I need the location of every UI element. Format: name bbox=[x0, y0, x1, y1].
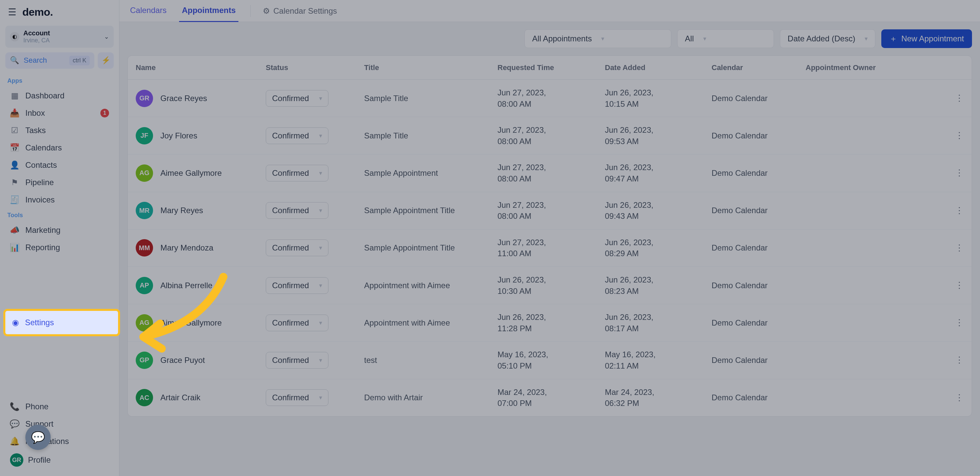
search-label: Search bbox=[24, 56, 47, 65]
calendar-cell: Demo Calendar bbox=[711, 318, 806, 328]
date-added-cell: Jun 26, 2023,08:17 AM bbox=[605, 312, 711, 334]
title-cell: Sample Appointment Title bbox=[364, 243, 498, 253]
sidebar-item-profile[interactable]: GRProfile bbox=[5, 450, 114, 470]
logo: demo. bbox=[22, 6, 53, 18]
chat-icon: 💬 bbox=[31, 431, 45, 444]
requested-time-cell: Jun 27, 2023,08:00 AM bbox=[498, 124, 605, 147]
chat-widget-button[interactable]: 💬 bbox=[25, 425, 51, 450]
sidebar-item-reporting[interactable]: 📊Reporting bbox=[5, 239, 114, 256]
grid-icon: ▦ bbox=[10, 91, 19, 100]
sidebar-item-marketing[interactable]: 📣Marketing bbox=[5, 221, 114, 239]
sidebar-item-pipeline[interactable]: ⚑Pipeline bbox=[5, 174, 114, 191]
requested-time-cell: Jun 27, 2023,08:00 AM bbox=[498, 199, 605, 222]
calendar-cell: Demo Calendar bbox=[711, 281, 806, 290]
main-content: Calendars Appointments ⚙Calendar Setting… bbox=[119, 0, 980, 476]
caret-down-icon: ▾ bbox=[601, 35, 604, 42]
avatar: GP bbox=[136, 352, 153, 369]
invoice-icon: 🧾 bbox=[10, 195, 19, 204]
hamburger-icon[interactable]: ☰ bbox=[8, 7, 16, 18]
avatar: AC bbox=[136, 389, 153, 406]
caret-down-icon: ▾ bbox=[319, 394, 322, 401]
table-row[interactable]: AGAimee GallymoreConfirmed▾Appointment w… bbox=[128, 304, 972, 342]
caret-down-icon: ▾ bbox=[703, 35, 706, 42]
requested-time-cell: Mar 24, 2023,07:00 PM bbox=[498, 387, 605, 409]
sidebar-item-calendars[interactable]: 📅Calendars bbox=[5, 139, 114, 156]
caret-down-icon: ▾ bbox=[865, 35, 868, 42]
caret-down-icon: ▾ bbox=[319, 132, 322, 139]
name-cell: Aimee Gallymore bbox=[161, 169, 222, 178]
chart-icon: 📊 bbox=[10, 243, 19, 252]
tab-appointments[interactable]: Appointments bbox=[179, 0, 238, 22]
row-actions-button[interactable]: ⋮ bbox=[943, 280, 964, 291]
requested-time-cell: Jun 26, 2023,10:30 AM bbox=[498, 274, 605, 296]
table-row[interactable]: APAlbina PerrelleConfirmed▾Appointment w… bbox=[128, 267, 972, 304]
date-added-cell: Jun 26, 2023,10:15 AM bbox=[605, 87, 711, 110]
name-cell: Aimee Gallymore bbox=[161, 318, 222, 328]
status-dropdown[interactable]: Confirmed▾ bbox=[266, 127, 328, 144]
sidebar-item-support[interactable]: 💬Support bbox=[5, 415, 114, 433]
name-cell: Artair Craik bbox=[161, 393, 200, 402]
sidebar-item-dashboard[interactable]: ▦Dashboard bbox=[5, 87, 114, 104]
avatar: AG bbox=[136, 164, 153, 182]
title-cell: Appointment with Aimee bbox=[364, 318, 498, 328]
table-row[interactable]: MRMary ReyesConfirmed▾Sample Appointment… bbox=[128, 192, 972, 229]
appointments-table: Name Status Title Requested Time Date Ad… bbox=[127, 56, 972, 417]
table-row[interactable]: AGAimee GallymoreConfirmed▾Sample Appoin… bbox=[128, 154, 972, 192]
sidebar-item-invoices[interactable]: 🧾Invoices bbox=[5, 191, 114, 209]
sidebar-item-notifications[interactable]: 🔔Notifications bbox=[5, 433, 114, 450]
status-dropdown[interactable]: Confirmed▾ bbox=[266, 352, 328, 369]
col-owner: Appointment Owner bbox=[806, 64, 943, 72]
new-appointment-button[interactable]: ＋New Appointment bbox=[881, 29, 972, 48]
status-dropdown[interactable]: Confirmed▾ bbox=[266, 165, 328, 181]
sidebar: ☰ demo. ◐ Account Irvine, CA ⌄ 🔍 Search … bbox=[0, 0, 119, 476]
title-cell: Sample Appointment bbox=[364, 169, 498, 178]
filter-sort[interactable]: Date Added (Desc)▾ bbox=[780, 29, 875, 48]
table-row[interactable]: GPGrace PuyotConfirmed▾testMay 16, 2023,… bbox=[128, 342, 972, 379]
search-input[interactable]: 🔍 Search ctrl K bbox=[5, 53, 94, 69]
row-actions-button[interactable]: ⋮ bbox=[943, 205, 964, 216]
row-actions-button[interactable]: ⋮ bbox=[943, 131, 964, 141]
row-actions-button[interactable]: ⋮ bbox=[943, 168, 964, 178]
date-added-cell: Jun 26, 2023,08:23 AM bbox=[605, 274, 711, 296]
row-actions-button[interactable]: ⋮ bbox=[943, 93, 964, 103]
tab-calendar-settings[interactable]: ⚙Calendar Settings bbox=[263, 6, 337, 16]
calendar-cell: Demo Calendar bbox=[711, 356, 806, 365]
tab-divider bbox=[250, 5, 251, 17]
sidebar-item-contacts[interactable]: 👤Contacts bbox=[5, 156, 114, 174]
table-row[interactable]: JFJoy FloresConfirmed▾Sample TitleJun 27… bbox=[128, 117, 972, 154]
sidebar-item-inbox[interactable]: 📥Inbox1 bbox=[5, 104, 114, 122]
date-added-cell: Jun 26, 2023,09:47 AM bbox=[605, 162, 711, 184]
avatar: JF bbox=[136, 127, 153, 145]
row-actions-button[interactable]: ⋮ bbox=[943, 355, 964, 365]
caret-down-icon: ▾ bbox=[319, 282, 322, 289]
sidebar-item-tasks[interactable]: ☑Tasks bbox=[5, 122, 114, 139]
quick-action-button[interactable]: ⚡ bbox=[98, 53, 114, 69]
tasks-icon: ☑ bbox=[10, 126, 19, 135]
status-dropdown[interactable]: Confirmed▾ bbox=[266, 90, 328, 107]
filter-all[interactable]: All▾ bbox=[677, 29, 774, 48]
status-dropdown[interactable]: Confirmed▾ bbox=[266, 389, 328, 406]
sidebar-item-settings[interactable]: ◉ Settings bbox=[5, 311, 118, 334]
title-cell: test bbox=[364, 356, 498, 365]
calendar-cell: Demo Calendar bbox=[711, 94, 806, 103]
row-actions-button[interactable]: ⋮ bbox=[943, 393, 964, 403]
row-actions-button[interactable]: ⋮ bbox=[943, 243, 964, 253]
date-added-cell: May 16, 2023,02:11 AM bbox=[605, 349, 711, 371]
status-dropdown[interactable]: Confirmed▾ bbox=[266, 277, 328, 294]
caret-down-icon: ▾ bbox=[319, 169, 322, 177]
name-cell: Mary Reyes bbox=[161, 206, 203, 215]
table-row[interactable]: GRGrace ReyesConfirmed▾Sample TitleJun 2… bbox=[128, 80, 972, 117]
table-row[interactable]: ACArtair CraikConfirmed▾Demo with Artair… bbox=[128, 379, 972, 416]
col-status: Status bbox=[266, 64, 364, 72]
table-row[interactable]: MMMary MendozaConfirmed▾Sample Appointme… bbox=[128, 229, 972, 267]
account-switcher[interactable]: ◐ Account Irvine, CA ⌄ bbox=[5, 26, 114, 48]
status-dropdown[interactable]: Confirmed▾ bbox=[266, 239, 328, 256]
status-dropdown[interactable]: Confirmed▾ bbox=[266, 202, 328, 219]
plus-icon: ＋ bbox=[889, 33, 897, 44]
filter-appointments[interactable]: All Appointments▾ bbox=[525, 29, 671, 48]
tab-calendars[interactable]: Calendars bbox=[127, 0, 169, 22]
status-dropdown[interactable]: Confirmed▾ bbox=[266, 315, 328, 331]
bell-icon: 🔔 bbox=[10, 437, 19, 446]
row-actions-button[interactable]: ⋮ bbox=[943, 318, 964, 328]
sidebar-item-phone[interactable]: 📞Phone bbox=[5, 398, 114, 415]
